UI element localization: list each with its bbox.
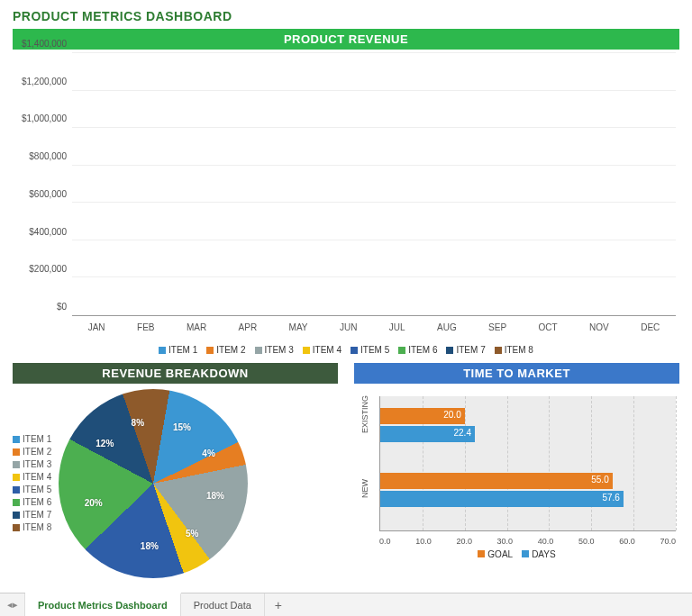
legend-item: ITEM 7 (13, 510, 51, 520)
ttm-bar: 55.0 (380, 473, 613, 489)
x-label: JUN (340, 322, 357, 332)
legend-item: ITEM 5 (13, 485, 51, 494)
revenue-breakdown-banner: REVENUE BREAKDOWN (13, 363, 338, 384)
legend-item: ITEM 2 (13, 447, 51, 457)
pie-slice-label: 15% (173, 422, 191, 432)
legend-item: ITEM 1 (13, 434, 51, 444)
legend-item: ITEM 8 (495, 345, 533, 355)
legend-item: ITEM 4 (13, 472, 51, 482)
x-tick: 40.0 (538, 537, 554, 546)
x-label: JAN (88, 322, 105, 332)
legend-item: ITEM 2 (206, 345, 245, 355)
x-label: DEC (641, 322, 660, 332)
x-label: APR (239, 322, 258, 332)
x-label: NOV (589, 322, 609, 332)
pie-slice-label: 4% (202, 448, 214, 457)
legend-item: ITEM 3 (13, 459, 51, 469)
tab-scroll-handle[interactable]: ◂▸ (0, 593, 25, 616)
pie-slice-label: 8% (132, 417, 144, 427)
y-tick: $800,000 (29, 151, 67, 161)
time-to-market-panel: TIME TO MARKET EXISTING20.022.4NEW55.057… (354, 363, 679, 578)
x-tick: 0.0 (379, 537, 391, 546)
x-label: OCT (539, 322, 558, 332)
x-tick: 10.0 (415, 537, 432, 546)
y-tick: $600,000 (29, 188, 67, 198)
x-label: JUL (389, 322, 405, 332)
ttm-bar: 57.6 (380, 491, 624, 507)
y-tick: $1,000,000 (22, 113, 67, 123)
legend-item: ITEM 4 (303, 345, 341, 355)
x-label: FEB (137, 322, 154, 332)
tab-product-metrics-dashboard[interactable]: Product Metrics Dashboard (25, 593, 181, 616)
revenue-breakdown-pie: 15%4%18%5%18%20%12%8% (59, 389, 248, 578)
add-sheet-button[interactable]: + (265, 593, 292, 616)
legend-item: ITEM 3 (255, 345, 294, 355)
product-revenue-legend: ITEM 1ITEM 2ITEM 3ITEM 4ITEM 5ITEM 6ITEM… (13, 345, 679, 356)
pie-slice-label: 18% (206, 490, 224, 500)
ttm-group-new: NEW55.057.6 (380, 471, 676, 509)
product-revenue-chart: $0$200,000$400,000$600,000$800,000$1,000… (13, 53, 679, 341)
x-label: AUG (437, 322, 457, 332)
page-title: PRODUCT METRICS DASHBOARD (13, 9, 679, 23)
x-tick: 50.0 (578, 537, 595, 546)
legend-item: ITEM 6 (13, 497, 51, 507)
x-label: MAR (187, 322, 206, 332)
x-tick: 70.0 (660, 537, 676, 546)
ttm-bar: 20.0 (380, 408, 465, 424)
pie-slice-label: 20% (85, 498, 103, 508)
legend-item: ITEM 1 (159, 345, 197, 355)
x-tick: 20.0 (456, 537, 472, 546)
y-tick: $0 (57, 302, 67, 312)
x-tick: 60.0 (619, 537, 635, 546)
y-tick: $1,400,000 (22, 39, 67, 49)
y-tick: $200,000 (29, 264, 67, 274)
revenue-breakdown-panel: REVENUE BREAKDOWN ITEM 1ITEM 2ITEM 3ITEM… (13, 363, 338, 578)
y-tick: $400,000 (29, 226, 67, 236)
legend-item: ITEM 7 (446, 345, 485, 355)
legend-item: ITEM 8 (13, 522, 51, 532)
sheet-tab-bar: ◂▸ Product Metrics Dashboard Product Dat… (0, 593, 692, 616)
tab-product-data[interactable]: Product Data (181, 593, 265, 616)
pie-slice-label: 5% (186, 528, 198, 538)
legend-item: ITEM 5 (351, 345, 389, 355)
legend-item: ITEM 6 (398, 345, 437, 355)
y-tick: $1,200,000 (22, 76, 67, 86)
ttm-group-existing: EXISTING20.022.4 (380, 406, 676, 444)
product-revenue-banner: PRODUCT REVENUE (13, 29, 679, 50)
pie-slice-label: 18% (141, 541, 159, 551)
revenue-breakdown-legend: ITEM 1ITEM 2ITEM 3ITEM 4ITEM 5ITEM 6ITEM… (13, 431, 51, 535)
ttm-bar: 22.4 (380, 426, 475, 442)
x-label: MAY (289, 322, 308, 332)
x-label: SEP (488, 322, 506, 332)
time-to-market-banner: TIME TO MARKET (354, 363, 679, 384)
time-to-market-chart: EXISTING20.022.4NEW55.057.6 0.010.020.03… (354, 389, 679, 551)
x-tick: 30.0 (497, 537, 514, 546)
pie-slice-label: 12% (96, 438, 114, 448)
